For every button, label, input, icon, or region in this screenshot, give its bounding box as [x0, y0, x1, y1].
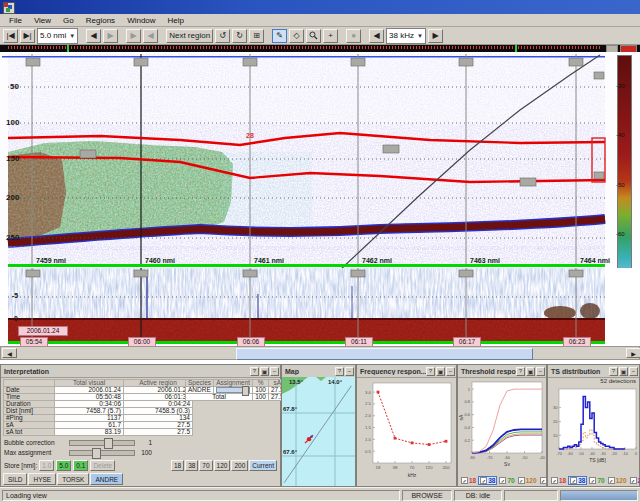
svg-text:0.6: 0.6 [464, 412, 470, 417]
current-button[interactable]: Current [249, 460, 277, 471]
store-0.1-button[interactable]: 0.1 [73, 460, 88, 471]
delete-button[interactable]: Delete [90, 460, 115, 471]
refresh-right-icon[interactable]: ↻ [232, 29, 247, 43]
help-icon[interactable]: ? [335, 367, 344, 376]
ts-frequency-checkboxes: ✓18 ✓38 ✓70 ✓120 ✓200 [550, 476, 640, 485]
svg-text:30: 30 [553, 405, 558, 410]
menu-go[interactable]: Go [58, 16, 79, 25]
menu-view[interactable]: View [29, 16, 56, 25]
freq-70-checkbox[interactable]: ✓70 [498, 477, 515, 484]
bubble-correction-row: Bubble correction 1 [4, 439, 152, 446]
tab-hyse[interactable]: HYSE [28, 473, 56, 485]
lat-label: 67.8° [283, 406, 298, 412]
scrollbar-thumb[interactable] [236, 348, 533, 360]
draw-tool-button[interactable]: ✎ [272, 29, 287, 43]
svg-text:20: 20 [553, 419, 558, 424]
detach-icon[interactable]: ▣ [619, 367, 628, 376]
species-tabs: SILD HYSE TORSK ANDRE [3, 473, 123, 485]
freq-prev-button[interactable]: ◀ [369, 29, 384, 43]
freq-200-checkbox[interactable]: ✓200 [629, 477, 640, 484]
svg-text:-50: -50 [578, 452, 584, 456]
distance-label: 7463 nmi [470, 257, 500, 264]
svg-text:2.5: 2.5 [365, 401, 372, 406]
tab-torsk[interactable]: TORSK [57, 473, 89, 485]
freq-38-checkbox[interactable]: ✓38 [568, 476, 587, 485]
distance-label: 7459 nmi [36, 257, 66, 264]
bubble-correction-slider[interactable] [69, 440, 135, 446]
menu-help[interactable]: Help [163, 16, 189, 25]
threshold-response-panel: Threshold response ? ▣ − 0.20.40.60.81-8… [457, 364, 547, 487]
minimize-icon[interactable]: − [536, 367, 545, 376]
panel-title: Map [282, 368, 335, 375]
freq-18-button[interactable]: 18 [171, 460, 184, 471]
step-last-button[interactable]: ▶| [20, 29, 35, 43]
minimize-icon[interactable]: − [270, 367, 279, 376]
detach-icon[interactable]: ▣ [526, 367, 535, 376]
help-icon[interactable]: ? [609, 367, 618, 376]
next-region-button[interactable]: Next region [166, 29, 213, 43]
erase-tool-button[interactable]: ◇ [289, 29, 304, 43]
minimize-icon[interactable]: − [345, 367, 354, 376]
map-plot[interactable]: 13.5° 14.0° 67.8° 67.6° [282, 377, 355, 486]
tab-sild[interactable]: SILD [3, 473, 27, 485]
status-spare-cell [504, 490, 558, 501]
colorbar-tick: -50 [616, 182, 632, 188]
menu-window[interactable]: Window [122, 16, 160, 25]
store-5.0-button[interactable]: 5.0 [56, 460, 71, 471]
freq-200-button[interactable]: 200 [231, 460, 248, 471]
layers-icon[interactable]: ⊞ [249, 29, 264, 43]
freq-70-button[interactable]: 70 [199, 460, 212, 471]
scroll-right-button[interactable]: ▶ [626, 348, 640, 358]
detach-icon[interactable]: ▣ [436, 367, 445, 376]
status-bar: Loading view BROWSE DB: idle [0, 487, 640, 502]
svg-text:-20: -20 [611, 452, 617, 456]
svg-text:0.4: 0.4 [464, 425, 470, 430]
record-icon[interactable]: ● [346, 29, 361, 43]
svg-text:Sv: Sv [504, 461, 510, 467]
max-assignment-slider[interactable] [69, 450, 135, 456]
refresh-left-icon[interactable]: ↺ [215, 29, 230, 43]
page-back-button[interactable]: ◀ [86, 29, 101, 43]
crosshair-tool-button[interactable]: + [323, 29, 338, 43]
svg-text:2.0: 2.0 [365, 413, 372, 418]
horizontal-scrollbar[interactable]: ◀ ▶ [0, 346, 640, 360]
title-bar [0, 0, 640, 14]
minimize-icon[interactable]: − [446, 367, 455, 376]
freq-18-checkbox[interactable]: ✓18 [550, 477, 567, 484]
scroll-left-button[interactable]: ◀ [2, 348, 17, 358]
bottom-echogram[interactable] [0, 268, 640, 345]
freq-120-checkbox[interactable]: ✓120 [607, 477, 628, 484]
store-1.0-button[interactable]: 1.0 [39, 460, 54, 471]
menu-file[interactable]: File [4, 16, 27, 25]
svg-text:-70: -70 [487, 455, 494, 460]
freq-120-checkbox[interactable]: ✓120 [517, 477, 538, 484]
progress-bar [560, 490, 638, 501]
detach-icon[interactable]: ▣ [260, 367, 269, 376]
store-row: Store [nmi]: 1.0 5.0 0.1 Delete [4, 460, 115, 471]
freq-70-checkbox[interactable]: ✓70 [588, 477, 605, 484]
frequency-combo[interactable]: 38 kHz▼ [386, 28, 426, 44]
svg-text:-60: -60 [567, 452, 573, 456]
tab-andre[interactable]: ANDRE [90, 473, 123, 485]
page-forward-button[interactable]: ▶ [103, 29, 118, 43]
assignment-slider[interactable] [214, 387, 253, 394]
svg-text:-60: -60 [504, 455, 511, 460]
menu-regions[interactable]: Regions [81, 16, 120, 25]
help-icon[interactable]: ? [516, 367, 525, 376]
map-panel: Map ? − 13.5° 14.0° 67.8° 67.6° [281, 364, 356, 487]
svg-text:-70: -70 [556, 452, 562, 456]
freq-38-button[interactable]: 38 [185, 460, 198, 471]
freq-18-checkbox[interactable]: ✓18 [460, 477, 477, 484]
freq-38-checkbox[interactable]: ✓38 [478, 476, 497, 485]
step-first-button[interactable]: |◀ [3, 29, 18, 43]
zoom-tool-button[interactable] [306, 29, 321, 43]
help-icon[interactable]: ? [250, 367, 259, 376]
jump-back-button[interactable]: ◀ [143, 29, 158, 43]
freq-120-button[interactable]: 120 [214, 460, 231, 471]
range-combo[interactable]: 5.0 nmi▼ [37, 28, 78, 44]
minimize-icon[interactable]: − [629, 367, 638, 376]
jump-forward-button[interactable]: ▶ [126, 29, 141, 43]
help-icon[interactable]: ? [426, 367, 435, 376]
freq-next-button[interactable]: ▶ [428, 29, 443, 43]
main-echogram[interactable] [0, 52, 640, 268]
